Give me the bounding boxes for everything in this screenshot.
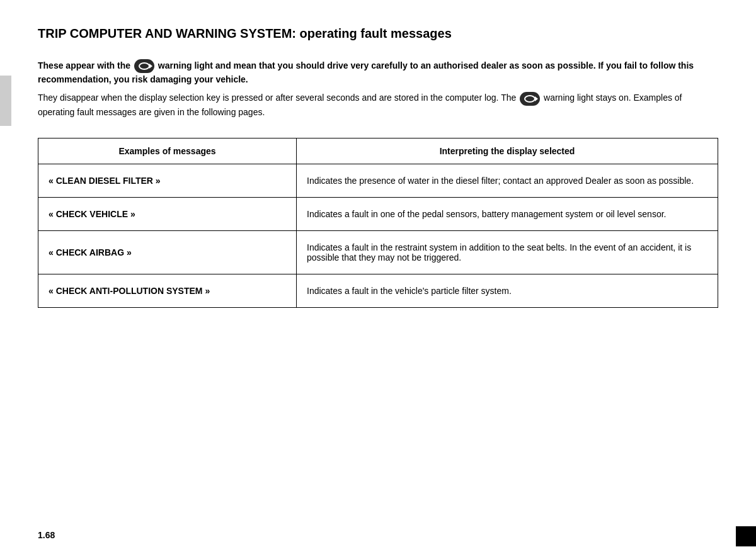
table-body: « CLEAN DIESEL FILTER »Indicates the pre… [38,164,718,307]
col2-header: Interpreting the display selected [297,138,718,164]
table-row: « CLEAN DIESEL FILTER »Indicates the pre… [38,164,718,197]
message-cell-0: « CLEAN DIESEL FILTER » [38,164,297,197]
col1-header: Examples of messages [38,138,297,164]
warning-light-inner-1 [139,62,150,70]
intro-bold-text1: These appear with the [38,60,130,71]
warning-light-icon-2 [520,92,540,106]
warning-light-icon-1 [134,59,154,73]
description-cell-3: Indicates a fault in the vehicle's parti… [297,274,718,307]
table-row: « CHECK AIRBAG »Indicates a fault in the… [38,230,718,274]
intro-bold-paragraph: These appear with the warning light and … [38,59,718,86]
warning-light-inner-2 [524,95,536,103]
intro-normal-paragraph: They disappear when the display selectio… [38,91,718,118]
intro-normal-text1: They disappear when the display selectio… [38,93,516,103]
message-cell-3: « CHECK ANTI-POLLUTION SYSTEM » [38,274,297,307]
description-cell-1: Indicates a fault in one of the pedal se… [297,197,718,230]
page-title: TRIP COMPUTER AND WARNING SYSTEM: operat… [38,25,718,42]
table-header: Examples of messages Interpreting the di… [38,138,718,164]
description-cell-2: Indicates a fault in the restraint syste… [297,230,718,274]
intro-section: These appear with the warning light and … [38,59,718,119]
message-cell-1: « CHECK VEHICLE » [38,197,297,230]
bottom-bar-decoration [736,526,756,546]
description-cell-0: Indicates the presence of water in the d… [297,164,718,197]
table-row: « CHECK ANTI-POLLUTION SYSTEM »Indicates… [38,274,718,307]
table-row: « CHECK VEHICLE »Indicates a fault in on… [38,197,718,230]
page-number: 1.68 [38,530,55,540]
message-cell-2: « CHECK AIRBAG » [38,230,297,274]
fault-table: Examples of messages Interpreting the di… [38,138,718,308]
table-header-row: Examples of messages Interpreting the di… [38,138,718,164]
